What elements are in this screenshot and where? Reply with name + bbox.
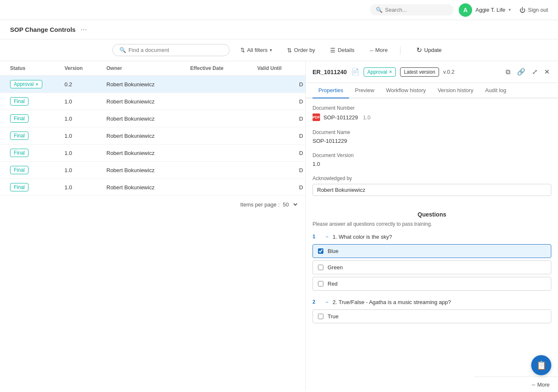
- version-number: v.0.2: [443, 69, 455, 75]
- prop-acknowledged-by: Acknowledged by: [313, 175, 551, 196]
- answer-option-red[interactable]: Red: [313, 277, 551, 291]
- details-icon: ☰: [330, 47, 336, 54]
- cell-owner: Robert Bokuniewicz: [103, 111, 187, 126]
- cell-effective-date: [187, 97, 254, 106]
- details-button[interactable]: ☰ Details: [326, 44, 359, 56]
- table-row[interactable]: Approval ✕ 0.2 Robert Bokuniewicz D: [0, 76, 305, 93]
- document-search-input[interactable]: [129, 47, 222, 53]
- answer-checkbox-green[interactable]: [318, 265, 323, 270]
- badge-label: Final: [14, 116, 25, 121]
- cell-status: Final: [7, 144, 61, 161]
- table-row[interactable]: Final 1.0 Robert Bokuniewicz D: [0, 144, 305, 162]
- expand-button[interactable]: ⤢: [530, 66, 539, 77]
- document-icon[interactable]: 📄: [351, 68, 359, 76]
- answer-checkbox-blue[interactable]: [318, 248, 323, 254]
- cell-status: Final: [7, 93, 61, 110]
- top-nav: 🔍 A Aggie T. Life ▾ ⏻ Sign out: [0, 0, 558, 20]
- main-area: Status Version Owner Effective Date Vali…: [0, 61, 558, 390]
- bottom-bar: ··· More: [474, 377, 558, 392]
- prop-acknowledged-by-label: Acknowledged by: [313, 175, 551, 181]
- tab-version-history[interactable]: Version history: [432, 83, 479, 98]
- answer-label-true: True: [328, 313, 338, 320]
- column-extra: [296, 61, 306, 75]
- bottom-more-button[interactable]: ··· More: [532, 381, 550, 388]
- share-link-button[interactable]: 🔗: [515, 66, 527, 77]
- table-row[interactable]: Final 1.0 Robert Bokuniewicz D: [0, 110, 305, 127]
- toolbar-more-button[interactable]: ··· More: [365, 44, 392, 56]
- badge-label: Final: [14, 150, 25, 156]
- question-text-1: 1. What color is the sky?: [333, 234, 392, 240]
- bottom-more-label: More: [537, 382, 550, 388]
- status-badge-final: Final: [10, 183, 28, 191]
- latest-version-button[interactable]: Latest version: [400, 67, 439, 77]
- cell-version: 1.0: [61, 129, 103, 143]
- status-badge-final: Final: [10, 132, 28, 140]
- items-per-page-select[interactable]: 50 25 100: [281, 201, 299, 208]
- filter-icon: ⇅: [240, 47, 245, 53]
- all-filters-button[interactable]: ⇅ All filters ▾: [236, 44, 276, 56]
- detail-header: ER_1011240 📄 Approval ✕ Latest version v…: [306, 61, 558, 83]
- cell-extra: D: [296, 163, 306, 178]
- badge-label: Final: [14, 133, 25, 139]
- question-arrow-1: →: [324, 234, 329, 240]
- detail-status-close-icon[interactable]: ✕: [389, 70, 392, 74]
- prop-document-version-label: Document Version: [313, 152, 551, 158]
- answer-option-green[interactable]: Green: [313, 260, 551, 274]
- detail-id: ER_1011240: [313, 69, 347, 75]
- cell-status: Final: [7, 179, 61, 196]
- cell-status: Final: [7, 110, 61, 127]
- cell-status: Final: [7, 127, 61, 144]
- items-per-page: Items per page : 50 25 100: [0, 196, 305, 213]
- fab-button[interactable]: 📋: [531, 355, 551, 375]
- answer-checkbox-true[interactable]: [318, 314, 323, 319]
- table-row[interactable]: Final 1.0 Robert Bokuniewicz D: [0, 127, 305, 144]
- table-row[interactable]: Final 1.0 Robert Bokuniewicz D: [0, 162, 305, 179]
- table-row[interactable]: Final 1.0 Robert Bokuniewicz D: [0, 93, 305, 110]
- user-menu[interactable]: A Aggie T. Life ▾: [459, 3, 511, 17]
- cell-extra: D: [296, 146, 306, 160]
- cell-effective-date: [187, 114, 254, 123]
- external-link-button[interactable]: ⧉: [504, 67, 512, 77]
- tab-preview[interactable]: Preview: [349, 83, 380, 98]
- acknowledged-by-input[interactable]: [313, 184, 551, 196]
- cell-valid-until: [254, 80, 296, 88]
- tab-audit-log[interactable]: Audit log: [479, 83, 512, 98]
- order-icon: ⇅: [287, 47, 292, 54]
- chevron-down-icon: ▾: [509, 7, 511, 13]
- cell-valid-until: [254, 97, 296, 106]
- status-badge-final: Final: [10, 97, 28, 106]
- prop-document-name-value: SOP-1011229: [313, 138, 551, 144]
- question-header-2: 2 → 2. True/False - Agatha is a music st…: [313, 299, 551, 305]
- answer-option-true[interactable]: True: [313, 309, 551, 323]
- cell-status: Approval ✕: [7, 76, 61, 93]
- global-search[interactable]: 🔍: [370, 4, 454, 15]
- cell-owner: Robert Bokuniewicz: [103, 180, 187, 195]
- global-search-input[interactable]: [385, 7, 448, 13]
- badge-label: Final: [14, 167, 25, 173]
- cell-owner: Robert Bokuniewicz: [103, 77, 187, 92]
- sign-out-label: Sign out: [528, 7, 548, 13]
- table-row[interactable]: Final 1.0 Robert Bokuniewicz D: [0, 179, 305, 196]
- order-by-button[interactable]: ⇅ Order by: [283, 44, 320, 56]
- prop-document-version-value: 1.0: [313, 161, 551, 167]
- answer-option-blue[interactable]: Blue: [313, 244, 551, 258]
- close-detail-button[interactable]: ✕: [542, 66, 551, 77]
- column-status: Status: [7, 61, 61, 75]
- tab-workflow-history[interactable]: Workflow history: [380, 83, 432, 98]
- detail-status-badge: Approval ✕: [364, 67, 396, 77]
- pdf-icon: PDF: [313, 113, 320, 121]
- toolbar: 🔍 ⇅ All filters ▾ ⇅ Order by ☰ Details ·…: [0, 39, 558, 61]
- status-badge-final: Final: [10, 166, 28, 174]
- update-button[interactable]: ↻ Update: [412, 44, 446, 57]
- sign-out-button[interactable]: ⏻ Sign out: [519, 7, 548, 13]
- document-search[interactable]: 🔍: [112, 44, 230, 56]
- answer-checkbox-red[interactable]: [318, 281, 323, 286]
- header-more-button[interactable]: ···: [80, 25, 87, 34]
- badge-close-icon[interactable]: ✕: [35, 82, 39, 87]
- answer-label-green: Green: [328, 264, 343, 271]
- answer-label-red: Red: [328, 281, 338, 287]
- cell-version: 1.0: [61, 94, 103, 109]
- status-badge-final: Final: [10, 114, 28, 123]
- cell-extra: D: [296, 129, 306, 143]
- tab-properties[interactable]: Properties: [313, 83, 349, 98]
